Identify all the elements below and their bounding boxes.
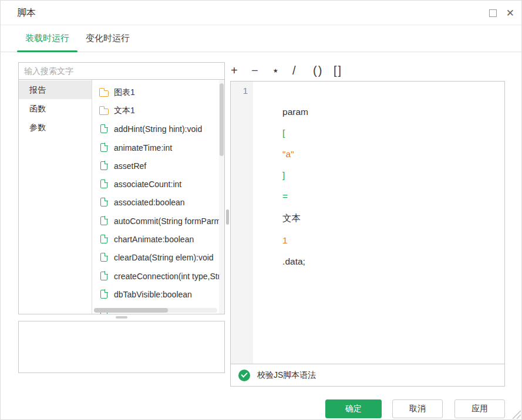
file-icon (100, 124, 107, 133)
code-token: [ (282, 128, 285, 138)
title-bar: 脚本 ✕ (1, 1, 521, 25)
item-icon-slot (99, 88, 109, 97)
item-icon-slot (99, 216, 109, 226)
file-icon (100, 235, 107, 243)
member-list: 图表1 文本1 addHint(String hint):void animat… (92, 80, 224, 314)
apply-button[interactable]: 应用 (454, 399, 505, 418)
item-icon-slot (99, 272, 109, 281)
cancel-button[interactable]: 取消 (392, 399, 443, 418)
tab-item[interactable]: 变化时运行 (78, 25, 138, 52)
code-token: "a" (282, 149, 294, 159)
list-item[interactable]: autoCommit(String formParm (92, 212, 224, 230)
resize-grip[interactable] (511, 409, 521, 419)
list-item[interactable]: clearData(String elem):void (92, 249, 224, 267)
item-icon-slot (99, 198, 109, 207)
code-token: = (282, 191, 288, 201)
list-item-label: chartAnimate:boolean (114, 235, 194, 244)
tab-bar: 装载时运行 变化时运行 (1, 25, 521, 52)
operator-button[interactable]: [] (334, 64, 354, 77)
category-label: 参数 (29, 123, 46, 132)
file-icon (100, 290, 107, 299)
object-browser: 报告 函数 参数 图表1 文本1 (18, 79, 225, 314)
file-icon (100, 253, 107, 262)
list-item[interactable]: associated:boolean (92, 194, 224, 212)
list-item-label: createConnection(int type,Str (114, 272, 220, 281)
operator-button[interactable]: + (231, 64, 251, 77)
item-icon-slot (99, 161, 109, 171)
code-editor: 1 param [ "a" ] = 文本 1 .data; (230, 81, 505, 387)
file-icon (100, 216, 107, 225)
list-item[interactable]: dbTabVisible:boolean (92, 285, 224, 303)
tab-label: 变化时运行 (86, 33, 130, 44)
category-label: 报告 (29, 85, 46, 94)
maximize-icon[interactable] (489, 9, 497, 17)
code-token: ] (282, 170, 285, 180)
code-token: 1 (282, 235, 288, 245)
list-item-label: assetRef (114, 161, 146, 171)
file-icon (100, 272, 107, 280)
vertical-scrollbar-thumb[interactable] (220, 83, 224, 156)
code-token: 文本 (282, 213, 301, 223)
list-item-label: associated:boolean (114, 198, 185, 207)
item-icon-slot (99, 143, 109, 153)
list-item[interactable]: associateCount:int (92, 175, 224, 193)
file-icon (100, 179, 107, 188)
item-icon-slot (99, 235, 109, 244)
category-list: 报告 函数 参数 (19, 80, 92, 314)
horizontal-scrollbar[interactable] (94, 308, 217, 313)
item-icon-slot (99, 124, 109, 134)
operator-button[interactable]: / (292, 64, 313, 77)
line-number: 1 (231, 82, 253, 96)
list-item-label: autoCommit(String formParm (114, 216, 221, 226)
item-icon-slot (99, 106, 109, 116)
code-area[interactable]: param [ "a" ] = 文本 1 .data; (253, 82, 504, 364)
list-item-label: 图表1 (114, 87, 135, 98)
list-item[interactable]: animateTime:int (92, 138, 224, 157)
folder-icon (99, 90, 109, 97)
dialog-title: 脚本 (17, 1, 36, 25)
category-item[interactable]: 参数 (19, 118, 92, 137)
operator-button[interactable]: ⋆ (272, 63, 292, 77)
operator-toolbar: + − ⋆ / () [] (231, 62, 354, 79)
syntax-status-bar: 校验JS脚本语法 (231, 364, 504, 386)
syntax-status-label: 校验JS脚本语法 (257, 370, 316, 381)
list-item-label: clearData(String elem):void (114, 253, 214, 262)
file-icon (100, 198, 107, 206)
list-item[interactable]: 文本1 (92, 101, 224, 120)
folder-icon (99, 109, 109, 115)
operator-button[interactable]: () (313, 64, 334, 77)
close-icon[interactable]: ✕ (506, 8, 514, 18)
list-item-label: dbTabVisible:boolean (114, 290, 192, 299)
window-controls: ✕ (489, 1, 514, 25)
list-item-label: addHint(String hint):void (114, 124, 202, 134)
tab-item[interactable]: 装载时运行 (17, 25, 78, 52)
ok-button[interactable]: 确定 (325, 399, 382, 418)
vertical-scrollbar[interactable] (219, 80, 224, 314)
list-item-label: 文本1 (114, 106, 135, 116)
category-label: 函数 (29, 104, 46, 113)
horizontal-splitter[interactable] (116, 316, 127, 319)
category-item[interactable]: 报告 (19, 80, 92, 99)
code-token: param (282, 107, 308, 117)
list-item[interactable]: chartAnimate:boolean (92, 230, 224, 248)
item-icon-slot (99, 290, 109, 299)
file-icon (100, 161, 107, 170)
list-item[interactable]: addHint(String hint):void (92, 120, 224, 138)
category-item[interactable]: 函数 (19, 99, 92, 118)
line-number-gutter: 1 (231, 82, 253, 364)
list-item[interactable]: 图表1 (92, 83, 224, 101)
search-input[interactable] (18, 62, 225, 80)
list-item[interactable]: createConnection(int type,Str (92, 267, 224, 285)
code-token: .data; (282, 256, 305, 266)
check-circle-icon[interactable] (238, 370, 250, 381)
operator-button[interactable]: − (251, 64, 272, 77)
list-item-label: animateTime:int (114, 143, 172, 153)
description-box (18, 321, 225, 373)
horizontal-scrollbar-thumb[interactable] (94, 308, 168, 313)
item-icon-slot (99, 253, 109, 262)
file-icon (100, 143, 107, 152)
panel-splitter[interactable] (226, 209, 229, 225)
list-item[interactable]: assetRef (92, 157, 224, 175)
list-item-label: associateCount:int (114, 179, 181, 189)
tab-label: 装载时运行 (25, 33, 69, 44)
